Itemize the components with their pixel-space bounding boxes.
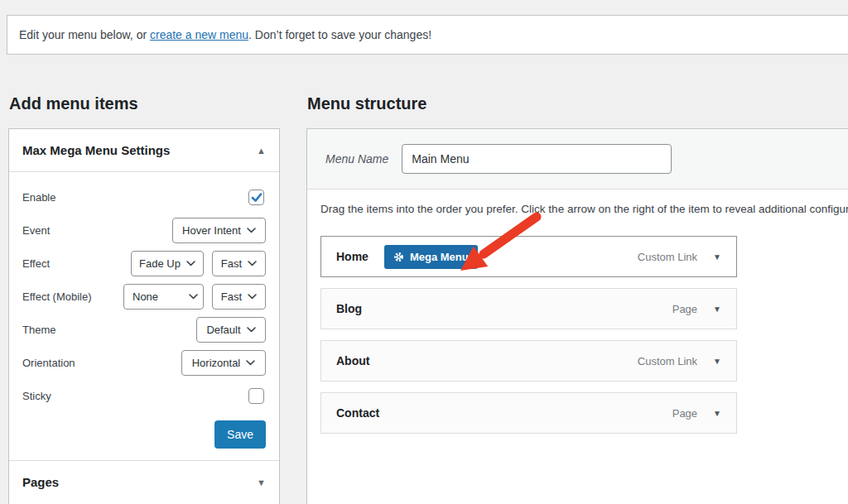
- event-label: Event: [22, 224, 50, 237]
- menu-items-list: Home Mega Menu Custom Link ▼ Blog: [320, 236, 737, 434]
- effect-mobile-row: Effect (Mobile) None Fast: [22, 284, 266, 310]
- collapse-down-icon[interactable]: ▼: [257, 478, 266, 487]
- orientation-row: Orientation Horizontal: [22, 350, 266, 376]
- theme-row: Theme Default: [22, 317, 266, 343]
- effect-row: Effect Fade Up Fast: [22, 251, 266, 276]
- item-expand-icon[interactable]: ▼: [713, 305, 721, 314]
- menu-item-label: Blog: [336, 302, 362, 315]
- menu-name-input[interactable]: [402, 144, 672, 174]
- effect-mobile-speed-select[interactable]: Fast: [212, 284, 266, 310]
- max-mega-menu-settings-header[interactable]: Max Mega Menu Settings ▲: [9, 129, 279, 171]
- orientation-select-value: Horizontal: [192, 357, 241, 369]
- effect-speed-select[interactable]: Fast: [212, 251, 266, 276]
- settings-panel-title: Max Mega Menu Settings: [22, 143, 170, 157]
- chevron-down-icon: [247, 228, 256, 233]
- menu-item-label: Contact: [336, 406, 379, 420]
- theme-label: Theme: [22, 324, 55, 336]
- mega-menu-button-label: Mega Menu: [410, 251, 469, 263]
- item-expand-icon[interactable]: ▼: [713, 252, 721, 262]
- menu-item-home[interactable]: Home Mega Menu Custom Link ▼: [320, 236, 737, 277]
- effect-mobile-speed-value: Fast: [221, 290, 242, 303]
- effect-mobile-value: None: [129, 290, 158, 303]
- add-menu-items-panel: Max Mega Menu Settings ▲ Enable Event Ho…: [8, 128, 280, 504]
- theme-select[interactable]: Default: [196, 317, 266, 343]
- sticky-checkbox[interactable]: [248, 388, 264, 404]
- chevron-down-icon: [189, 294, 198, 300]
- pages-section-header[interactable]: Pages ▼: [9, 460, 279, 503]
- effect-select[interactable]: Fade Up: [131, 251, 204, 276]
- gear-icon: [393, 252, 404, 262]
- orientation-select[interactable]: Horizontal: [181, 350, 266, 376]
- menu-name-label: Menu Name: [325, 152, 388, 166]
- menu-item-contact[interactable]: Contact Page ▼: [320, 392, 737, 434]
- menu-item-type: Page: [672, 407, 697, 420]
- enable-row: Enable: [22, 185, 266, 210]
- menu-structure-panel: Menu Name Drag the items into the order …: [306, 128, 848, 504]
- item-expand-icon[interactable]: ▼: [713, 409, 721, 418]
- enable-checkbox[interactable]: [248, 190, 264, 205]
- collapse-up-icon[interactable]: ▲: [257, 146, 266, 156]
- notice-text-before: Edit your menu below, or: [19, 28, 150, 41]
- menu-item-about[interactable]: About Custom Link ▼: [320, 340, 737, 382]
- menu-structure-heading: Menu structure: [307, 94, 426, 113]
- effect-label: Effect: [22, 257, 50, 270]
- notice-text-after: . Don’t forget to save your changes!: [248, 28, 431, 41]
- settings-panel-body: Enable Event Hover Intent Effect Fade Up: [9, 171, 279, 460]
- menu-item-blog[interactable]: Blog Page ▼: [320, 288, 737, 329]
- menu-structure-body: Drag the items into the order you prefer…: [307, 190, 848, 458]
- mega-menu-button[interactable]: Mega Menu: [384, 245, 478, 269]
- notice-bar: Edit your menu below, or create a new me…: [7, 15, 848, 55]
- menu-name-bar: Menu Name: [307, 129, 848, 190]
- menu-item-label: Home: [336, 250, 369, 263]
- chevron-down-icon: [246, 360, 255, 366]
- sticky-row: Sticky: [22, 383, 266, 409]
- chevron-down-icon: [248, 294, 257, 300]
- effect-speed-value: Fast: [221, 257, 242, 270]
- event-select-value: Hover Intent: [182, 224, 241, 237]
- item-expand-icon[interactable]: ▼: [713, 357, 721, 366]
- chevron-down-icon: [186, 261, 195, 266]
- pages-section-title: Pages: [22, 475, 59, 489]
- chevron-down-icon: [248, 261, 257, 266]
- create-new-menu-link[interactable]: create a new menu: [150, 28, 248, 41]
- drag-instructions: Drag the items into the order you prefer…: [320, 203, 847, 215]
- effect-mobile-label: Effect (Mobile): [22, 290, 92, 303]
- theme-select-value: Default: [206, 324, 240, 336]
- check-icon: [251, 192, 263, 204]
- chevron-down-icon: [247, 327, 256, 333]
- orientation-label: Orientation: [22, 357, 75, 369]
- enable-label: Enable: [22, 191, 55, 204]
- effect-mobile-select[interactable]: None: [123, 284, 204, 310]
- effect-select-value: Fade Up: [139, 257, 181, 270]
- add-menu-items-heading: Add menu items: [9, 94, 138, 113]
- event-select[interactable]: Hover Intent: [172, 218, 266, 243]
- menu-item-label: About: [336, 354, 369, 367]
- menu-item-type: Page: [672, 303, 697, 315]
- event-row: Event Hover Intent: [22, 218, 266, 243]
- sticky-label: Sticky: [22, 390, 51, 402]
- save-row: Save: [22, 420, 266, 449]
- save-button[interactable]: Save: [214, 420, 266, 449]
- menu-item-type: Custom Link: [638, 251, 697, 263]
- menu-item-type: Custom Link: [638, 355, 697, 367]
